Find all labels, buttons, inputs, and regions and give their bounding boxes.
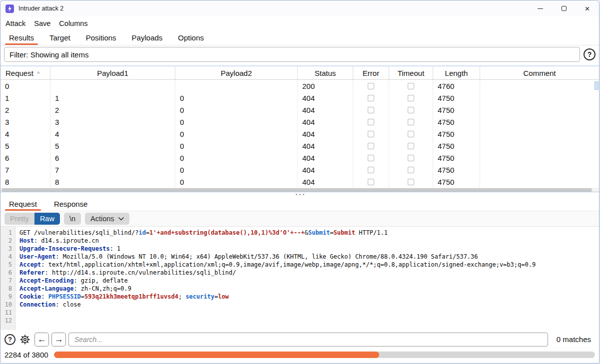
timeout-checkbox[interactable] — [408, 143, 414, 149]
error-checkbox[interactable] — [368, 95, 374, 101]
cell-status[interactable]: 404 — [298, 116, 353, 128]
search-previous-button[interactable]: ← — [34, 333, 49, 347]
timeout-checkbox[interactable] — [408, 155, 414, 161]
cell-timeout[interactable] — [389, 116, 433, 128]
menu-item-attack[interactable]: Attack — [5, 19, 25, 27]
cell-payload2[interactable]: 0 — [175, 128, 298, 140]
cell-payload2[interactable]: 0 — [175, 140, 298, 152]
cell-length[interactable]: 4750 — [433, 116, 480, 128]
editor-tab-request[interactable]: Request — [4, 197, 41, 211]
filter-bar[interactable]: Filter: Showing all items — [4, 47, 580, 62]
cell-error[interactable] — [353, 116, 389, 128]
cell-error[interactable] — [353, 104, 389, 116]
cell-payload1[interactable]: 3 — [50, 116, 175, 128]
error-checkbox[interactable] — [368, 167, 374, 173]
error-checkbox[interactable] — [368, 107, 374, 113]
tab-positions[interactable]: Positions — [81, 30, 121, 45]
cell-error[interactable] — [353, 164, 389, 176]
cell-request[interactable]: 0 — [0, 80, 50, 92]
cell-status[interactable]: 404 — [298, 164, 353, 176]
search-next-button[interactable]: → — [51, 333, 66, 347]
timeout-checkbox[interactable] — [408, 179, 414, 185]
cell-comment[interactable] — [480, 116, 599, 128]
cell-length[interactable]: 4750 — [433, 176, 480, 188]
timeout-checkbox[interactable] — [408, 107, 414, 113]
table-row[interactable]: 7704044750 — [0, 164, 599, 176]
cell-timeout[interactable] — [389, 128, 433, 140]
table-row[interactable]: 4404044750 — [0, 128, 599, 140]
column-header-comment[interactable]: Comment — [480, 66, 599, 80]
timeout-checkbox[interactable] — [408, 83, 414, 89]
cell-request[interactable]: 8 — [0, 176, 50, 188]
cell-payload1[interactable]: 8 — [50, 176, 175, 188]
cell-timeout[interactable] — [389, 80, 433, 92]
actions-dropdown-button[interactable]: Actions — [85, 213, 129, 225]
cell-payload1[interactable]: 4 — [50, 128, 175, 140]
cell-comment[interactable] — [480, 140, 599, 152]
cell-length[interactable]: 4750 — [433, 92, 480, 104]
cell-status[interactable]: 200 — [298, 80, 353, 92]
cell-error[interactable] — [353, 176, 389, 188]
column-header-payload2[interactable]: Payload2 — [175, 66, 298, 80]
cell-request[interactable]: 6 — [0, 152, 50, 164]
column-header-timeout[interactable]: Timeout — [389, 66, 433, 80]
table-row[interactable]: 3304044750 — [0, 116, 599, 128]
cell-payload1[interactable]: 1 — [50, 92, 175, 104]
cell-payload1[interactable] — [50, 80, 175, 92]
search-help-button[interactable]: ? — [4, 334, 15, 345]
cell-request[interactable]: 7 — [0, 164, 50, 176]
cell-payload2[interactable]: 0 — [175, 176, 298, 188]
column-header-error[interactable]: Error — [353, 66, 389, 80]
cell-comment[interactable] — [480, 92, 599, 104]
tab-payloads[interactable]: Payloads — [127, 30, 167, 45]
cell-payload1[interactable]: 6 — [50, 152, 175, 164]
error-checkbox[interactable] — [368, 119, 374, 125]
cell-request[interactable]: 4 — [0, 128, 50, 140]
cell-comment[interactable] — [480, 104, 599, 116]
cell-timeout[interactable] — [389, 152, 433, 164]
table-row[interactable]: 1104044750 — [0, 92, 599, 104]
close-button[interactable]: × — [576, 0, 599, 16]
search-settings-button[interactable] — [18, 333, 32, 347]
cell-error[interactable] — [353, 128, 389, 140]
cell-request[interactable]: 3 — [0, 116, 50, 128]
cell-request[interactable]: 1 — [0, 92, 50, 104]
cell-status[interactable]: 404 — [298, 104, 353, 116]
tab-options[interactable]: Options — [173, 30, 208, 45]
table-row[interactable]: 5504044750 — [0, 140, 599, 152]
cell-comment[interactable] — [480, 152, 599, 164]
cell-comment[interactable] — [480, 164, 599, 176]
table-row[interactable]: 2204044750 — [0, 104, 599, 116]
cell-status[interactable]: 404 — [298, 92, 353, 104]
cell-comment[interactable] — [480, 128, 599, 140]
cell-length[interactable]: 4750 — [433, 140, 480, 152]
column-header-length[interactable]: Length — [433, 66, 480, 80]
newline-toggle-button[interactable]: \n — [64, 213, 81, 225]
cell-timeout[interactable] — [389, 140, 433, 152]
cell-request[interactable]: 2 — [0, 104, 50, 116]
cell-error[interactable] — [353, 140, 389, 152]
cell-length[interactable]: 4750 — [433, 152, 480, 164]
pretty-view-button[interactable]: Pretty — [4, 213, 34, 225]
cell-payload2[interactable]: 0 — [175, 92, 298, 104]
cell-timeout[interactable] — [389, 176, 433, 188]
cell-length[interactable]: 4750 — [433, 128, 480, 140]
error-checkbox[interactable] — [368, 131, 374, 137]
timeout-checkbox[interactable] — [408, 167, 414, 173]
editor-tab-response[interactable]: Response — [49, 197, 92, 211]
error-checkbox[interactable] — [368, 143, 374, 149]
cell-status[interactable]: 404 — [298, 176, 353, 188]
cell-length[interactable]: 4750 — [433, 164, 480, 176]
cell-length[interactable]: 4750 — [433, 104, 480, 116]
cell-comment[interactable] — [480, 80, 599, 92]
panel-splitter-handle[interactable] — [0, 192, 599, 197]
request-code[interactable]: 1GET /vulnerabilities/sqli_blind/?id=1'+… — [0, 227, 599, 325]
cell-status[interactable]: 404 — [298, 128, 353, 140]
error-checkbox[interactable] — [368, 179, 374, 185]
cell-error[interactable] — [353, 80, 389, 92]
cell-payload1[interactable]: 7 — [50, 164, 175, 176]
table-vertical-scrollbar-thumb[interactable] — [595, 81, 599, 90]
cell-status[interactable]: 404 — [298, 140, 353, 152]
error-checkbox[interactable] — [368, 155, 374, 161]
table-row[interactable]: 6604044750 — [0, 152, 599, 164]
